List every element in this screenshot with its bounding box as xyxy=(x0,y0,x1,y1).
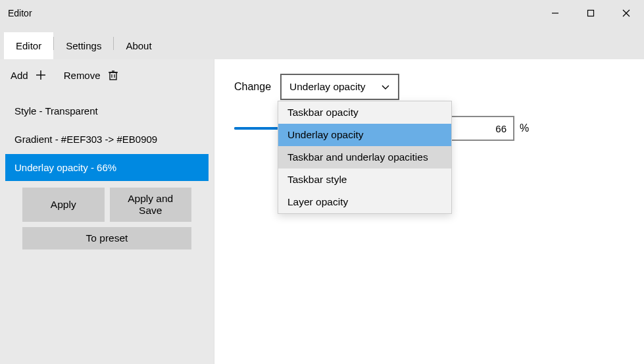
minimize-icon xyxy=(551,9,559,17)
apply-button[interactable]: Apply xyxy=(22,188,105,222)
rule-list: Style - Transparent Gradient - #EEF303 -… xyxy=(0,91,214,182)
maximize-button[interactable] xyxy=(573,0,608,26)
opacity-input[interactable] xyxy=(450,116,514,141)
change-label: Change xyxy=(234,81,271,93)
window-controls xyxy=(537,0,644,26)
plus-icon xyxy=(35,69,47,81)
to-preset-button[interactable]: To preset xyxy=(22,227,191,249)
change-dropdown: Taskbar opacity Underlay opacity Taskbar… xyxy=(278,101,452,214)
button-row: To preset xyxy=(0,227,214,255)
percent-label: % xyxy=(520,122,529,134)
dropdown-option[interactable]: Taskbar and underlay opacities xyxy=(278,146,451,169)
change-combobox[interactable]: Underlay opacity xyxy=(280,74,399,100)
add-label: Add xyxy=(11,70,28,81)
tab-settings[interactable]: Settings xyxy=(54,32,113,59)
dropdown-option[interactable]: Taskbar opacity xyxy=(278,101,451,124)
main-panel: Change Underlay opacity % Taskbar opacit… xyxy=(214,59,644,364)
titlebar: Editor xyxy=(0,0,644,26)
apply-save-button[interactable]: Apply and Save xyxy=(110,188,192,222)
chevron-down-icon xyxy=(381,82,390,91)
sidebar-toolbar: Add Remove xyxy=(0,59,214,91)
tab-editor[interactable]: Editor xyxy=(4,32,53,59)
svg-rect-1 xyxy=(588,11,594,16)
trash-icon xyxy=(107,69,119,81)
tab-about[interactable]: About xyxy=(114,32,163,59)
close-icon xyxy=(622,9,630,17)
remove-label: Remove xyxy=(64,70,101,81)
content-area: Add Remove Style - Transparent Gradient … xyxy=(0,59,644,364)
close-button[interactable] xyxy=(608,0,644,26)
dropdown-option[interactable]: Taskbar style xyxy=(278,169,451,191)
svg-rect-6 xyxy=(110,72,116,80)
dropdown-option[interactable]: Layer opacity xyxy=(278,191,451,213)
remove-button[interactable]: Remove xyxy=(64,69,119,81)
add-button[interactable]: Add xyxy=(11,69,47,81)
tab-bar: Editor Settings About xyxy=(0,26,644,59)
rule-item[interactable]: Style - Transparent xyxy=(5,97,209,124)
minimize-button[interactable] xyxy=(537,0,573,26)
button-row: Apply Apply and Save xyxy=(0,182,214,227)
change-row: Change Underlay opacity xyxy=(234,74,624,100)
maximize-icon xyxy=(587,9,595,17)
dropdown-option[interactable]: Underlay opacity xyxy=(278,124,451,146)
window-title: Editor xyxy=(8,8,537,18)
combo-value: Underlay opacity xyxy=(289,81,365,93)
sidebar: Add Remove Style - Transparent Gradient … xyxy=(0,59,214,364)
rule-item[interactable]: Gradient - #EEF303 -> #EB0909 xyxy=(5,126,209,153)
rule-item[interactable]: Underlay opacity - 66% xyxy=(5,154,209,181)
